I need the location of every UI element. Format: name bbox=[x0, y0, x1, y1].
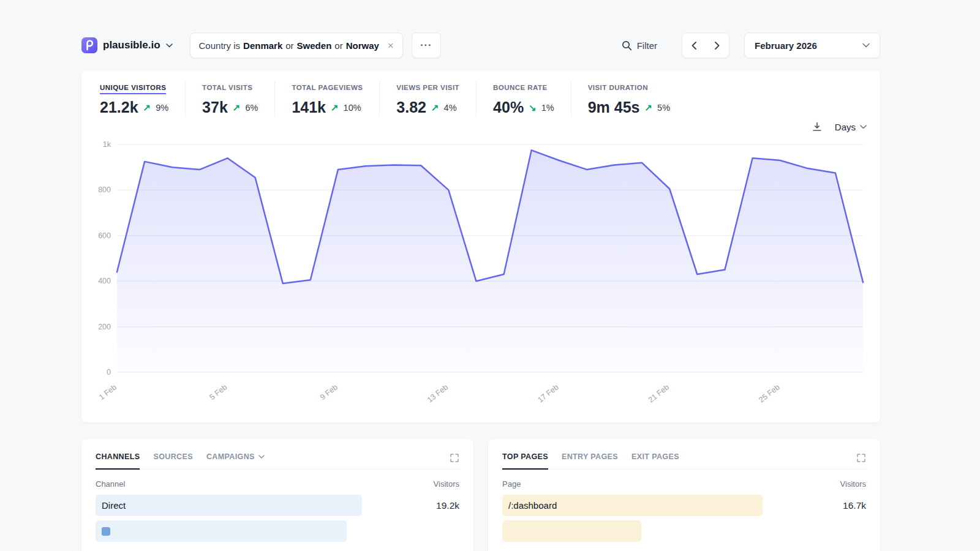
country-filter-pill[interactable]: Country is Denmark or Sweden or Norway × bbox=[190, 32, 403, 58]
metric-views-per-visit[interactable]: VIEWS PER VISIT 3.82 ↗ 4% bbox=[396, 81, 477, 116]
channels-tabs: CHANNELS SOURCES CAMPAIGNS bbox=[96, 452, 459, 470]
metric-label: VISIT DURATION bbox=[588, 84, 648, 94]
svg-text:5 Feb: 5 Feb bbox=[208, 383, 228, 402]
metric-value: 9m 45s bbox=[588, 99, 640, 116]
download-button[interactable] bbox=[812, 121, 823, 132]
filter-country-2: Sweden bbox=[297, 40, 332, 51]
next-period-button[interactable] bbox=[706, 33, 729, 58]
expand-icon bbox=[450, 453, 459, 463]
chevron-down-icon bbox=[166, 43, 173, 48]
trend-up-icon: ↗ bbox=[331, 102, 339, 113]
page-name: /:dashboard bbox=[502, 495, 805, 516]
metric-label: BOUNCE RATE bbox=[493, 84, 548, 94]
metric-total-pageviews[interactable]: TOTAL PAGEVIEWS 141k ↗ 10% bbox=[292, 81, 380, 116]
channels-table-head: Channel Visitors bbox=[96, 479, 459, 489]
favicon-icon bbox=[102, 527, 110, 536]
tab-channels[interactable]: CHANNELS bbox=[96, 452, 140, 470]
chevron-left-icon bbox=[692, 42, 696, 50]
site-switcher[interactable]: plausible.io bbox=[81, 37, 173, 53]
svg-text:21 Feb: 21 Feb bbox=[647, 383, 671, 404]
prev-period-button[interactable] bbox=[682, 33, 706, 58]
trend-up-icon: ↗ bbox=[233, 102, 241, 113]
svg-text:25 Feb: 25 Feb bbox=[757, 383, 781, 404]
column-visitors: Visitors bbox=[434, 479, 459, 489]
metric-change: 5% bbox=[657, 103, 670, 113]
tab-campaigns[interactable]: CAMPAIGNS bbox=[206, 452, 265, 470]
date-range-label: February 2026 bbox=[755, 40, 817, 51]
expand-button[interactable] bbox=[856, 453, 866, 469]
metric-total-visits[interactable]: TOTAL VISITS 37k ↗ 6% bbox=[202, 81, 275, 116]
svg-text:17 Feb: 17 Feb bbox=[536, 383, 560, 404]
trend-up-icon: ↗ bbox=[431, 102, 439, 113]
metric-value: 3.82 bbox=[396, 99, 426, 116]
filter-button-label: Filter bbox=[637, 40, 657, 51]
column-visitors: Visitors bbox=[840, 479, 866, 489]
period-nav bbox=[682, 32, 729, 58]
dashboard: plausible.io Country is Denmark or Swede… bbox=[81, 0, 880, 551]
svg-text:1 Feb: 1 Feb bbox=[97, 383, 118, 402]
tab-exit-pages[interactable]: EXIT PAGES bbox=[631, 452, 679, 470]
download-icon bbox=[812, 121, 823, 132]
chevron-right-icon bbox=[715, 42, 720, 50]
filter-or-2: or bbox=[334, 40, 342, 51]
svg-text:400: 400 bbox=[98, 277, 111, 285]
date-range-picker[interactable]: February 2026 bbox=[744, 32, 880, 58]
tab-entry-pages[interactable]: ENTRY PAGES bbox=[562, 452, 618, 470]
expand-icon bbox=[856, 453, 866, 463]
site-name: plausible.io bbox=[103, 39, 160, 51]
visitors-chart: 02004006008001k1 Feb5 Feb9 Feb13 Feb17 F… bbox=[91, 138, 870, 415]
channel-row-direct[interactable]: Direct 19.2k bbox=[96, 495, 459, 516]
metric-unique-visitors[interactable]: UNIQUE VISITORS 21.2k ↗ 9% bbox=[100, 81, 186, 116]
filter-or-1: or bbox=[285, 40, 293, 51]
trend-up-icon: ↗ bbox=[143, 102, 151, 113]
channel-visitors: 19.2k bbox=[436, 500, 459, 511]
chevron-down-icon bbox=[258, 455, 265, 459]
metric-change: 1% bbox=[541, 103, 554, 113]
metrics-row: UNIQUE VISITORS 21.2k ↗ 9% TOTAL VISITS … bbox=[91, 81, 870, 116]
column-channel: Channel bbox=[96, 479, 125, 489]
interval-dropdown[interactable]: Days bbox=[835, 122, 867, 132]
metric-value: 40% bbox=[493, 99, 524, 116]
remove-filter-button[interactable]: × bbox=[388, 40, 394, 51]
channel-row-partial[interactable] bbox=[96, 520, 459, 542]
channels-card: CHANNELS SOURCES CAMPAIGNS Channel Visit… bbox=[81, 439, 473, 551]
pages-table-head: Page Visitors bbox=[502, 479, 866, 489]
plausible-logo bbox=[81, 37, 97, 53]
filter-country-3: Norway bbox=[346, 40, 379, 51]
metric-label: TOTAL PAGEVIEWS bbox=[292, 84, 363, 94]
metric-change: 6% bbox=[245, 103, 258, 113]
metric-value: 37k bbox=[202, 99, 228, 116]
tab-campaigns-label: CAMPAIGNS bbox=[206, 452, 255, 461]
metric-bounce-rate[interactable]: BOUNCE RATE 40% ↘ 1% bbox=[493, 81, 571, 116]
more-filters-button[interactable]: ··· bbox=[412, 32, 441, 58]
chevron-down-icon bbox=[862, 43, 870, 48]
top-bar-right: Filter February 2026 bbox=[622, 32, 880, 58]
metric-value: 21.2k bbox=[100, 99, 138, 116]
svg-text:9 Feb: 9 Feb bbox=[318, 383, 339, 402]
metric-label: TOTAL VISITS bbox=[202, 84, 252, 94]
svg-text:600: 600 bbox=[98, 231, 111, 240]
tab-sources[interactable]: SOURCES bbox=[153, 452, 192, 470]
bottom-grid: CHANNELS SOURCES CAMPAIGNS Channel Visit… bbox=[81, 439, 880, 551]
metric-change: 9% bbox=[156, 103, 168, 113]
top-bar: plausible.io Country is Denmark or Swede… bbox=[81, 32, 880, 59]
page-row-dashboard[interactable]: /:dashboard 16.7k bbox=[502, 495, 866, 516]
filter-button[interactable]: Filter bbox=[622, 40, 657, 51]
chart-controls: Days bbox=[91, 118, 867, 136]
svg-text:13 Feb: 13 Feb bbox=[426, 383, 450, 404]
visitors-panel: UNIQUE VISITORS 21.2k ↗ 9% TOTAL VISITS … bbox=[81, 70, 880, 422]
metric-label: UNIQUE VISITORS bbox=[100, 84, 166, 94]
svg-text:0: 0 bbox=[107, 368, 111, 377]
pages-tabs: TOP PAGES ENTRY PAGES EXIT PAGES bbox=[502, 452, 866, 470]
page-row-partial[interactable] bbox=[502, 520, 866, 542]
top-pages-card: TOP PAGES ENTRY PAGES EXIT PAGES Page Vi… bbox=[488, 439, 880, 551]
search-icon bbox=[622, 40, 632, 51]
metric-change: 4% bbox=[444, 103, 457, 113]
page-bar bbox=[502, 520, 641, 542]
tab-top-pages[interactable]: TOP PAGES bbox=[502, 452, 548, 470]
expand-button[interactable] bbox=[450, 453, 459, 469]
svg-text:1k: 1k bbox=[103, 140, 111, 149]
metric-visit-duration[interactable]: VISIT DURATION 9m 45s ↗ 5% bbox=[588, 81, 687, 116]
filter-country-1: Denmark bbox=[243, 40, 282, 51]
trend-down-icon: ↘ bbox=[529, 102, 537, 113]
